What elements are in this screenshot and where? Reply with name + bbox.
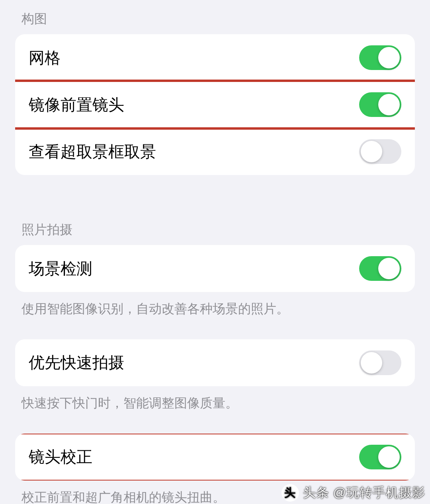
row-grid: 网格 bbox=[15, 34, 415, 81]
toggle-knob bbox=[361, 352, 382, 374]
row-outside-frame: 查看超取景框取景 bbox=[15, 128, 415, 175]
byline-logo-icon: 头 bbox=[281, 484, 299, 502]
toggle-fast-capture[interactable] bbox=[359, 350, 401, 375]
toggle-knob bbox=[378, 47, 400, 68]
toggle-knob bbox=[378, 258, 400, 279]
byline-text: 头条 @玩转手机摄影 bbox=[303, 484, 425, 502]
toggle-knob bbox=[378, 94, 400, 115]
toggle-lens-correction[interactable] bbox=[359, 445, 401, 469]
byline: 头 头条 @玩转手机摄影 bbox=[281, 484, 425, 502]
toggle-knob bbox=[361, 141, 382, 162]
row-mirror-front-camera: 镜像前置镜头 bbox=[15, 81, 415, 128]
toggle-scene-detection[interactable] bbox=[359, 256, 401, 281]
fast-capture-card: 优先快速拍摄 bbox=[15, 339, 415, 386]
scene-detection-card: 场景检测 bbox=[15, 245, 415, 292]
toggle-grid[interactable] bbox=[359, 45, 401, 70]
footer-fast-capture: 快速按下快门时，智能调整图像质量。 bbox=[15, 386, 415, 417]
row-label: 查看超取景框取景 bbox=[29, 141, 156, 163]
row-label: 网格 bbox=[29, 47, 61, 69]
row-lens-correction: 镜头校正 bbox=[15, 434, 415, 481]
section-header-composition: 构图 bbox=[15, 0, 415, 34]
toggle-knob bbox=[378, 446, 400, 468]
footer-scene-detection: 使用智能图像识别，自动改善各种场景的照片。 bbox=[15, 292, 415, 323]
toggle-mirror-front-camera[interactable] bbox=[359, 92, 401, 117]
toggle-outside-frame[interactable] bbox=[359, 139, 401, 164]
row-label: 镜像前置镜头 bbox=[29, 94, 124, 116]
row-fast-capture: 优先快速拍摄 bbox=[15, 339, 415, 386]
row-label: 场景检测 bbox=[29, 258, 92, 280]
composition-card: 网格 镜像前置镜头 查看超取景框取景 bbox=[15, 34, 415, 175]
lens-correction-card: 镜头校正 bbox=[15, 434, 415, 481]
section-header-photo: 照片拍摄 bbox=[15, 211, 415, 245]
row-label: 优先快速拍摄 bbox=[29, 352, 124, 374]
row-label: 镜头校正 bbox=[29, 446, 92, 468]
row-scene-detection: 场景检测 bbox=[15, 245, 415, 292]
